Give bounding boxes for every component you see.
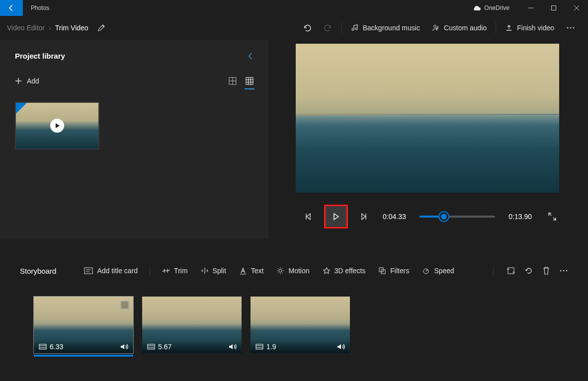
play-icon <box>333 213 339 221</box>
redo-button[interactable] <box>318 16 338 40</box>
clip-audio-button[interactable] <box>337 343 345 350</box>
minimize-button[interactable] <box>519 0 542 16</box>
undo-button[interactable] <box>297 16 318 40</box>
frame-back-button[interactable] <box>298 206 319 227</box>
svg-rect-1 <box>552 6 556 10</box>
preview-video[interactable] <box>296 44 559 193</box>
storyboard-more-button[interactable] <box>559 266 568 275</box>
split-button[interactable]: Split <box>196 262 231 280</box>
fullscreen-button[interactable] <box>548 212 557 221</box>
seek-bar[interactable] <box>420 216 495 218</box>
grid-large-icon <box>229 77 237 85</box>
preview-panel: 0:04.33 0:13.90 <box>293 40 562 243</box>
back-button[interactable] <box>0 0 23 16</box>
finish-video-button[interactable]: Finish video <box>499 16 560 40</box>
trim-button[interactable]: Trim <box>157 262 192 280</box>
3d-effects-button[interactable]: 3D effects <box>318 262 371 280</box>
speed-button[interactable]: Speed <box>417 262 459 280</box>
storyboard-panel: Storyboard Add title card Trim Split Tex… <box>0 252 588 381</box>
svg-point-2 <box>433 25 436 28</box>
breadcrumb-root[interactable]: Video Editor <box>7 24 45 32</box>
filters-button[interactable]: Filters <box>373 262 414 280</box>
cloud-icon <box>472 5 481 11</box>
grid-small-icon <box>246 77 253 85</box>
close-button[interactable] <box>565 0 588 16</box>
svg-point-4 <box>570 27 572 29</box>
custom-audio-button[interactable]: Custom audio <box>426 16 493 40</box>
film-icon <box>39 344 47 350</box>
play-button[interactable] <box>324 205 348 229</box>
crop-icon <box>506 266 515 275</box>
total-time: 0:13.90 <box>504 213 532 221</box>
chevron-left-icon <box>248 52 253 60</box>
onedrive-status[interactable]: OneDrive <box>472 4 509 11</box>
clip-duration: 6.33 <box>39 343 63 351</box>
svg-rect-34 <box>148 344 155 349</box>
command-bar: Video Editor › Trim Video Background mus… <box>0 16 588 40</box>
speaker-icon <box>120 343 128 350</box>
speaker-icon <box>229 343 237 350</box>
undo-icon <box>303 23 312 32</box>
clip-duration: 1.9 <box>255 343 276 351</box>
maximize-button[interactable] <box>542 0 565 16</box>
resize-button[interactable] <box>506 266 515 275</box>
film-icon <box>255 344 263 350</box>
clip-audio-button[interactable] <box>120 343 128 350</box>
speaker-icon <box>337 343 345 350</box>
clip-audio-button[interactable] <box>229 343 237 350</box>
film-icon <box>147 344 155 350</box>
view-large-button[interactable] <box>229 77 237 85</box>
more-button[interactable] <box>560 16 581 40</box>
frame-forward-button[interactable] <box>353 206 374 227</box>
speed-icon <box>422 267 430 275</box>
svg-rect-37 <box>256 344 263 349</box>
video-indicator-icon <box>16 103 27 114</box>
play-overlay-icon <box>50 119 64 133</box>
svg-rect-25 <box>508 268 514 274</box>
clip-duration: 5.67 <box>147 343 171 351</box>
collapse-library-button[interactable] <box>248 52 253 60</box>
title-bar: Photos OneDrive <box>0 0 588 16</box>
svg-rect-31 <box>39 344 46 349</box>
filters-icon <box>378 267 386 275</box>
motion-button[interactable]: Motion <box>271 262 314 280</box>
svg-point-5 <box>573 27 575 29</box>
effects-icon <box>323 267 331 275</box>
current-time: 0:04.33 <box>383 213 411 221</box>
plus-icon <box>15 77 22 84</box>
storyboard-clip[interactable]: 5.67 <box>142 297 242 353</box>
library-clip-thumbnail[interactable] <box>15 102 99 150</box>
view-small-button[interactable] <box>246 77 253 85</box>
text-icon <box>239 267 247 275</box>
svg-rect-9 <box>246 77 253 84</box>
rotate-button[interactable] <box>524 266 533 275</box>
library-title: Project library <box>15 52 65 60</box>
project-library-panel: Project library Add <box>0 40 268 238</box>
ellipsis-icon <box>566 23 575 32</box>
storyboard-clip[interactable]: 6.33 <box>34 297 133 353</box>
edit-title-button[interactable] <box>97 24 105 32</box>
background-music-button[interactable]: Background music <box>345 16 426 40</box>
export-icon <box>505 24 513 32</box>
delete-button[interactable] <box>542 266 550 275</box>
divider <box>496 22 496 33</box>
add-title-card-button[interactable]: Add title card <box>79 262 143 280</box>
svg-point-21 <box>279 269 282 272</box>
add-media-button[interactable]: Add <box>15 77 39 85</box>
divider <box>493 266 494 276</box>
selection-checkbox[interactable] <box>120 301 129 309</box>
svg-point-30 <box>566 270 568 272</box>
svg-point-28 <box>560 270 562 272</box>
fullscreen-icon <box>548 212 557 221</box>
rotate-icon <box>524 266 533 275</box>
divider <box>150 266 150 276</box>
seek-handle[interactable] <box>439 212 448 221</box>
storyboard-clip[interactable]: 1.9 <box>251 297 350 353</box>
svg-point-29 <box>563 270 565 272</box>
trim-icon <box>162 267 170 275</box>
ellipsis-icon <box>559 266 568 275</box>
text-button[interactable]: Text <box>234 262 269 280</box>
music-icon <box>351 24 359 32</box>
breadcrumb-current: Trim Video <box>55 24 88 32</box>
redo-icon <box>324 23 333 32</box>
